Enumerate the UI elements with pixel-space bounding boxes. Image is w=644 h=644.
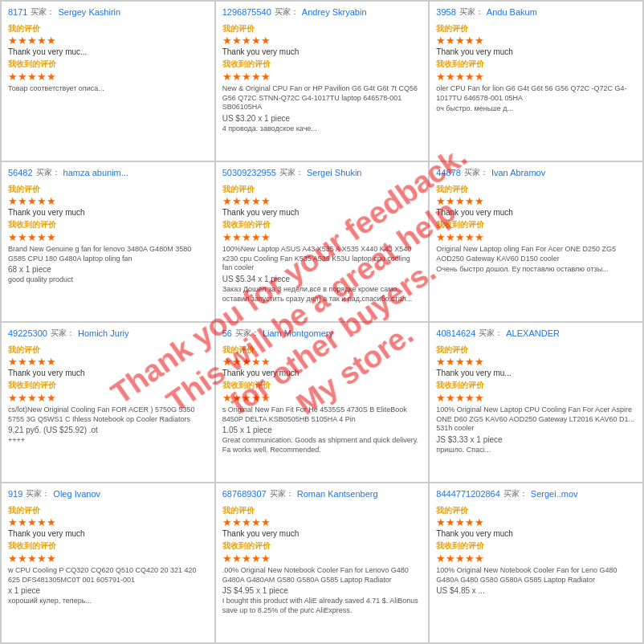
review-cell-7: 56 买家： Liam Montgomery 我的评价 ★★★★★ Thank …: [215, 322, 430, 483]
buyer-name: Roman Kantsenberg: [297, 489, 378, 499]
received-stars: ★★★★★: [436, 392, 636, 404]
my-review-stars: ★★★★★: [8, 196, 208, 206]
my-review-stars: ★★★★★: [436, 357, 636, 367]
received-label: 我收到的评价: [8, 540, 208, 552]
my-review-label: 我的评价: [436, 344, 636, 356]
buyer-name: Sergey Kashirin: [58, 7, 120, 17]
my-review-stars: ★★★★★: [436, 517, 636, 528]
extra-text: Great communication. Goods as shipment a…: [222, 436, 422, 454]
order-id: 56: [222, 328, 232, 338]
product-text: New & Original CPU Fan or HP Pavilion G6…: [222, 84, 422, 112]
my-review-stars: ★★★★★: [222, 35, 422, 46]
cell-inner: 我的评价 ★★★★★ Thank you very much 我收到的评价 ★★…: [8, 342, 208, 446]
my-review-stars: ★★★★★: [436, 196, 636, 206]
cell-header: 3958 买家： Andu Bakum: [436, 6, 636, 18]
product-text: 100% Original New Laptop CPU Cooling Fan…: [436, 406, 636, 434]
my-review-stars: ★★★★★: [222, 517, 422, 528]
my-review-label: 我的评价: [222, 505, 422, 516]
cell-inner: 我的评价 ★★★★★ Thank you very much 我收到的评价 ★★…: [222, 503, 422, 616]
product-text: w CPU Cooling P CQ320 CQ620 Q510 CQ420 2…: [8, 566, 208, 585]
order-id: 687689307: [222, 489, 267, 499]
buyer-name: Andu Bakum: [487, 7, 537, 17]
my-review-stars: ★★★★★: [8, 35, 208, 46]
order-id: 49225300: [8, 328, 47, 338]
received-stars: ★★★★★: [222, 552, 422, 565]
cell-inner: 我的评价 ★★★★★ Thank you very much 我收到的评价 ★★…: [222, 342, 422, 455]
order-id: 919: [8, 489, 22, 499]
my-review-stars: ★★★★★: [436, 35, 636, 46]
cell-header: 44878 买家： Ivan Abramov: [436, 167, 636, 178]
order-id: 40814624: [436, 328, 475, 338]
product-text: cs/lot)New Original Cooling Fan FOR ACER…: [8, 406, 208, 424]
received-stars: ★★★★★: [222, 71, 422, 83]
order-id: 1296875540: [222, 7, 271, 17]
price-text: US $5.34 x 1 piece: [222, 275, 422, 283]
cell-content: 我的评价 ★★★★★ Thank you very much 我收到的评价 ★★…: [222, 181, 422, 304]
buyer-label: 买家：: [275, 6, 299, 18]
cell-header: 8171 买家： Sergey Kashirin: [8, 6, 208, 18]
received-stars: ★★★★★: [436, 552, 636, 565]
received-label: 我收到的评价: [436, 219, 636, 230]
extra-text: ++++: [8, 436, 208, 446]
price-text: 1.05 x 1 piece: [222, 426, 422, 434]
review-cell-6: 49225300 买家： Homich Juriy 我的评价 ★★★★★ Tha…: [1, 322, 215, 483]
review-text: Thank you very much: [8, 369, 208, 377]
order-id: 44878: [436, 168, 461, 177]
buyer-label: 买家：: [36, 167, 60, 178]
cell-header: 56482 买家： hamza abunim...: [8, 167, 208, 178]
received-label: 我收到的评价: [436, 59, 636, 70]
order-id: 3958: [436, 7, 455, 17]
received-stars: ★★★★★: [8, 552, 208, 565]
review-text: Thank you very much: [222, 208, 422, 217]
received-label: 我收到的评价: [436, 540, 636, 552]
buyer-label: 买家：: [51, 328, 75, 339]
buyer-label: 买家：: [503, 488, 528, 499]
price-text: 9,21 руб. (US $25.92) .ot: [8, 426, 208, 434]
cell-inner: 我的评价 ★★★★★ Thank you very much 我收到的评价 ★★…: [8, 503, 208, 606]
my-review-label: 我的评价: [436, 505, 636, 516]
cell-content: 我的评价 ★★★★★ Thank you very much 我收到的评价 ★★…: [436, 503, 636, 595]
received-stars: ★★★★★: [222, 231, 422, 243]
review-cell-0: 8171 买家： Sergey Kashirin 我的评价 ★★★★★ Than…: [1, 1, 215, 161]
received-stars: ★★★★★: [8, 392, 208, 404]
received-stars: ★★★★★: [436, 71, 636, 83]
my-review-stars: ★★★★★: [8, 357, 208, 367]
review-text: Thank you very much: [8, 208, 208, 217]
cell-inner: 我的评价 ★★★★★ Thank you very mu... 我收到的评价 ★…: [436, 342, 636, 455]
product-text: Товар соответствует описа...: [8, 84, 208, 94]
review-cell-8: 40814624 买家： ALEXANDER 我的评价 ★★★★★ Thank …: [429, 322, 643, 483]
extra-text: Заказ Дошёл за 3 недели,всё в порядке кр…: [222, 285, 422, 304]
received-label: 我收到的评价: [8, 219, 208, 230]
my-review-stars: ★★★★★: [222, 196, 422, 206]
buyer-name: hamza abunim...: [63, 168, 128, 177]
cell-inner: 我的评价 ★★★★★ Thank you very much 我收到的评价 ★★…: [222, 21, 422, 134]
buyer-name: Oleg Ivanov: [53, 489, 100, 499]
price-text: US $4.85 x ...: [436, 586, 636, 595]
cell-content: 我的评价 ★★★★★ Thank you very much 我收到的评价 ★★…: [8, 503, 208, 606]
order-id: 8171: [8, 7, 27, 17]
review-cell-3: 56482 买家： hamza abunim... 我的评价 ★★★★★ Tha…: [1, 161, 215, 322]
cell-header: 49225300 买家： Homich Juriy: [8, 328, 208, 339]
extra-text: Очень быстро дошол. Еу поставлю оставлю …: [436, 265, 636, 275]
review-text: Thank you very mu...: [436, 369, 636, 377]
extra-text: I bought this product with AliE already …: [222, 597, 422, 615]
received-stars: ★★★★★: [8, 71, 208, 83]
price-text: JS $3.33 x 1 piece: [436, 435, 636, 444]
review-text: Thank you very much: [436, 208, 636, 217]
cell-inner: 我的评价 ★★★★★ Thank you very much 我收到的评价 ★★…: [222, 181, 422, 304]
price-text: JS $4.95 x 1 piece: [222, 586, 422, 595]
buyer-name: Andrey Skryabin: [302, 7, 367, 17]
cell-header: 40814624 买家： ALEXANDER: [436, 328, 636, 339]
review-text: Thank you very much: [222, 47, 422, 56]
buyer-name: ALEXANDER: [506, 328, 560, 338]
product-text: .00% Original New Notebook Cooler Fan fo…: [222, 566, 422, 585]
received-label: 我收到的评价: [436, 380, 636, 391]
price-text: x 1 piece: [8, 586, 208, 595]
review-text: Thank you very muc...: [8, 47, 208, 56]
cell-content: 我的评价 ★★★★★ Thank you very much 我收到的评价 ★★…: [222, 503, 422, 616]
cell-content: 我的评价 ★★★★★ Thank you very much 我收到的评价 ★★…: [8, 181, 208, 285]
my-review-label: 我的评价: [222, 184, 422, 195]
my-review-label: 我的评价: [436, 184, 636, 195]
buyer-name: Homich Juriy: [78, 328, 129, 338]
buyer-label: 买家：: [235, 328, 259, 339]
